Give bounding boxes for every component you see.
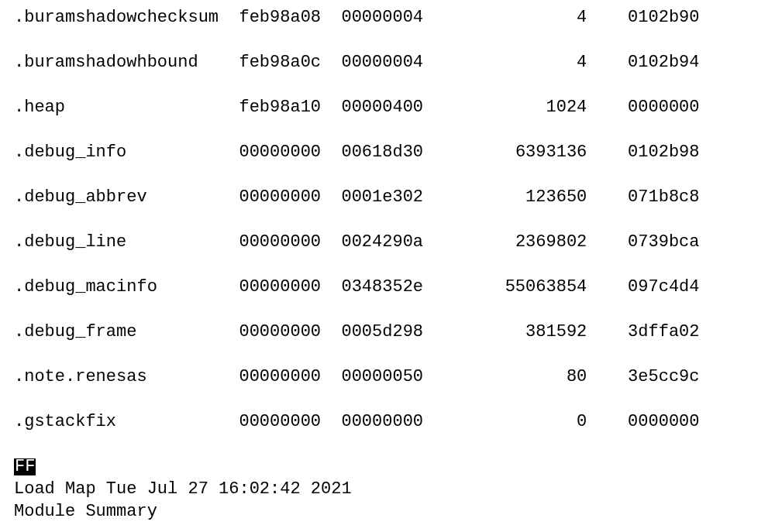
- section-row: .debug_info0000000000618d3063931360102b9…: [14, 141, 761, 163]
- section-row: .heapfeb98a100000040010240000000: [14, 96, 761, 118]
- section-col-dec: 4: [443, 51, 587, 74]
- section-col-a: 00000000: [239, 321, 341, 343]
- section-name: .buramshadowchecksum: [14, 6, 239, 29]
- section-col-a: 00000000: [239, 366, 341, 388]
- section-name: .debug_info: [14, 141, 239, 163]
- section-col-b: 0024290a: [341, 231, 443, 253]
- section-col-dec: 381592: [443, 321, 587, 343]
- section-col-b: 0005d298: [341, 321, 443, 343]
- section-col-c: 0102b94: [628, 51, 699, 74]
- section-col-dec: 80: [443, 366, 587, 388]
- section-col-dec: 55063854: [443, 276, 587, 298]
- section-name: .debug_frame: [14, 321, 239, 343]
- section-col-b: 00000004: [341, 6, 443, 29]
- section-row: .debug_abbrev000000000001e302123650071b8…: [14, 186, 761, 208]
- section-col-c: 0102b90: [628, 6, 699, 29]
- section-col-dec: 2369802: [443, 231, 587, 253]
- section-name: .debug_macinfo: [14, 276, 239, 298]
- section-col-c: 0000000: [628, 410, 699, 433]
- section-col-c: 3e5cc9c: [628, 366, 699, 388]
- section-col-dec: 123650: [443, 186, 587, 208]
- ff-marker: FF: [14, 457, 36, 476]
- section-col-a: 00000000: [239, 141, 341, 163]
- load-map-timestamp: Load Map Tue Jul 27 16:02:42 2021: [14, 479, 352, 499]
- section-row: .buramshadowhboundfeb98a0c0000000440102b…: [14, 51, 761, 74]
- section-col-dec: 4: [443, 6, 587, 29]
- section-col-c: 097c4d4: [628, 276, 699, 298]
- section-col-c: 0102b98: [628, 141, 699, 163]
- section-col-a: feb98a08: [239, 6, 341, 29]
- map-file-text: .buramshadowchecksumfeb98a08000000044010…: [0, 0, 775, 532]
- section-name: .gstackfix: [14, 410, 239, 433]
- section-row: .buramshadowchecksumfeb98a08000000044010…: [14, 6, 761, 29]
- section-col-c: 0000000: [628, 96, 699, 118]
- section-col-c: 071b8c8: [628, 186, 699, 208]
- section-col-b: 0001e302: [341, 186, 443, 208]
- section-name: .debug_line: [14, 231, 239, 253]
- module-summary-label: Module Summary: [14, 502, 157, 521]
- section-col-a: feb98a0c: [239, 51, 341, 74]
- section-col-a: 00000000: [239, 231, 341, 253]
- section-row: .debug_macinfo000000000348352e5506385409…: [14, 276, 761, 298]
- section-row: .debug_line000000000024290a23698020739bc…: [14, 231, 761, 253]
- section-row: .gstackfix000000000000000000000000: [14, 410, 761, 433]
- section-name: .heap: [14, 96, 239, 118]
- section-col-dec: 0: [443, 410, 587, 433]
- section-col-dec: 6393136: [443, 141, 587, 163]
- section-col-c: 3dffa02: [628, 321, 699, 343]
- section-name: .note.renesas: [14, 366, 239, 388]
- section-col-a: 00000000: [239, 410, 341, 433]
- section-col-a: feb98a10: [239, 96, 341, 118]
- section-col-b: 00000004: [341, 51, 443, 74]
- section-col-b: 00000000: [341, 410, 443, 433]
- section-row: .note.renesas0000000000000050803e5cc9c: [14, 366, 761, 388]
- section-col-b: 00618d30: [341, 141, 443, 163]
- section-col-a: 00000000: [239, 276, 341, 298]
- section-name: .debug_abbrev: [14, 186, 239, 208]
- section-name: .buramshadowhbound: [14, 51, 239, 74]
- section-col-c: 0739bca: [628, 231, 699, 253]
- section-row: .debug_frame000000000005d2983815923dffa0…: [14, 321, 761, 343]
- section-col-dec: 1024: [443, 96, 587, 118]
- section-col-b: 0348352e: [341, 276, 443, 298]
- section-col-b: 00000050: [341, 366, 443, 388]
- section-col-b: 00000400: [341, 96, 443, 118]
- section-col-a: 00000000: [239, 186, 341, 208]
